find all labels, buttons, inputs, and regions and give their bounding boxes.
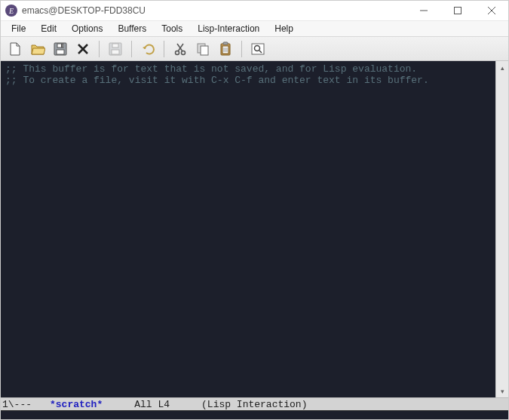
vertical-scrollbar[interactable]: ▴ ▾: [495, 61, 508, 397]
menu-file[interactable]: File: [4, 22, 33, 35]
maximize-button[interactable]: [440, 1, 474, 20]
scroll-down-icon[interactable]: ▾: [496, 385, 508, 397]
save-icon: [53, 41, 68, 57]
svg-rect-5: [57, 50, 64, 54]
close-window-button[interactable]: [474, 1, 508, 20]
svg-rect-1: [454, 8, 461, 14]
menubar: File Edit Options Buffers Tools Lisp-Int…: [1, 20, 508, 37]
editor-line: ;; To create a file, visit it with C-x C…: [5, 75, 429, 86]
svg-rect-20: [223, 42, 228, 44]
modeline-major-mode[interactable]: (Lisp Interaction): [201, 399, 307, 410]
menu-tools[interactable]: Tools: [154, 22, 190, 35]
save-all-icon: [108, 41, 123, 57]
editor-area: ;; This buffer is for text that is not s…: [1, 61, 508, 397]
minimize-button[interactable]: [406, 1, 440, 20]
toolbar-separator: [241, 41, 242, 57]
svg-rect-11: [112, 50, 119, 54]
close-icon: [77, 43, 89, 55]
menu-edit[interactable]: Edit: [33, 22, 64, 35]
window-controls: [406, 1, 508, 20]
menu-buffers[interactable]: Buffers: [110, 22, 154, 35]
svg-rect-18: [201, 46, 208, 55]
menu-lisp-interaction[interactable]: Lisp-Interaction: [190, 22, 267, 35]
paste-icon: [218, 41, 233, 57]
open-folder-icon: [30, 41, 45, 57]
undo-icon: [140, 41, 155, 57]
close-buffer-button[interactable]: [73, 39, 93, 59]
save-button[interactable]: [51, 39, 70, 59]
menu-help[interactable]: Help: [267, 22, 301, 35]
search-icon: [250, 41, 265, 57]
svg-point-14: [182, 51, 186, 54]
modeline-buffer-name[interactable]: *scratch*: [50, 399, 103, 410]
svg-point-13: [176, 51, 179, 54]
editor-line: ;; This buffer is for text that is not s…: [5, 63, 417, 75]
open-file-button[interactable]: [28, 39, 48, 59]
modeline-position: All L4: [134, 399, 170, 410]
cut-button[interactable]: [170, 39, 190, 59]
cut-icon: [173, 41, 188, 57]
window-title: emacs@DESKTOP-FDD38CU: [22, 5, 406, 16]
toolbar: [1, 37, 508, 61]
titlebar: emacs@DESKTOP-FDD38CU: [1, 1, 508, 20]
modeline-status: 1\---: [1, 399, 32, 410]
new-file-button[interactable]: [5, 39, 25, 59]
scrollbar-track[interactable]: [496, 74, 508, 385]
paste-button[interactable]: [216, 39, 235, 59]
save-all-button[interactable]: [106, 39, 125, 59]
copy-icon: [195, 41, 210, 57]
svg-rect-12: [112, 44, 118, 48]
toolbar-separator: [99, 41, 100, 57]
mode-line: 1\--- *scratch* All L4 (Lisp Interaction…: [1, 397, 508, 410]
minibuffer[interactable]: [1, 410, 508, 420]
toolbar-separator: [131, 41, 132, 57]
text-editor[interactable]: ;; This buffer is for text that is not s…: [1, 61, 495, 397]
undo-button[interactable]: [138, 39, 158, 59]
copy-button[interactable]: [193, 39, 213, 59]
emacs-logo-icon: [5, 5, 17, 17]
search-button[interactable]: [248, 39, 268, 59]
menu-options[interactable]: Options: [64, 22, 110, 35]
scroll-up-icon[interactable]: ▴: [496, 61, 508, 74]
toolbar-separator: [164, 41, 164, 57]
svg-line-16: [177, 44, 182, 51]
svg-rect-7: [61, 44, 63, 48]
new-file-icon: [8, 41, 23, 57]
svg-line-15: [178, 44, 183, 51]
